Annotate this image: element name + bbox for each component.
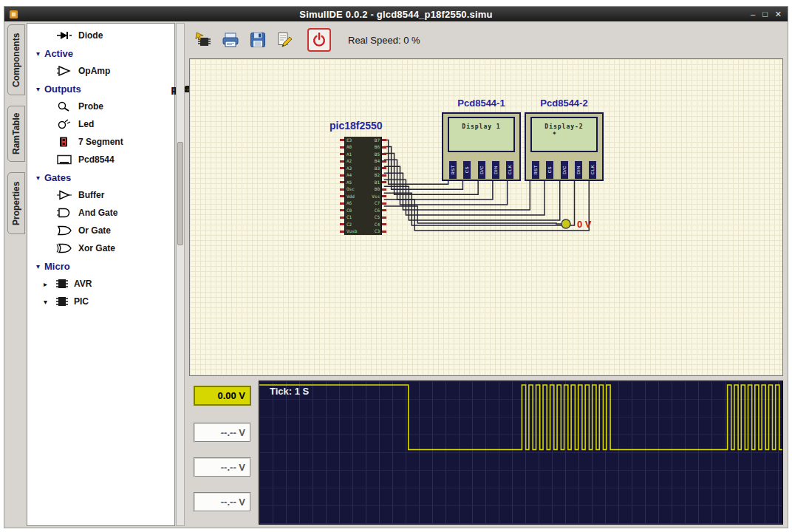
scope-channel-1-value[interactable]: 0.00 V — [194, 386, 251, 406]
caret-down-icon: ▾ — [33, 262, 43, 270]
display-pin-label: CLK — [590, 165, 595, 174]
scope-channel-2-value[interactable]: --.-- V — [194, 423, 251, 443]
open-icon[interactable] — [219, 29, 242, 51]
tree-category-active[interactable]: ▾ Active — [27, 44, 174, 62]
scope-channel-4-value[interactable]: --.-- V — [194, 492, 251, 512]
display-pin-label: RST — [451, 165, 455, 175]
tab-components[interactable]: Components — [7, 24, 25, 95]
tab-ramtable[interactable]: RamTable — [7, 106, 25, 162]
tree-category-outputs[interactable]: ▾ Outputs — [27, 80, 174, 98]
circuit-canvas[interactable]: pic18f2550 E3B7 A0B6 A1B5 A2B4 A3B3 A4B2… — [189, 58, 783, 376]
close-button[interactable]: ✕ — [775, 10, 782, 18]
mcu-pic18f2550[interactable]: E3B7 A0B6 A1B5 A2B4 A3B3 A4B2 A5B1 OscB0… — [340, 137, 386, 235]
display-text: Display 1 — [449, 123, 513, 130]
tree-category-micro[interactable]: ▾ Micro — [27, 257, 174, 275]
save-icon[interactable] — [247, 29, 269, 51]
caret-down-icon: ▾ — [33, 50, 43, 58]
app-icon — [9, 10, 18, 19]
tree-item-label: PIC — [74, 296, 89, 307]
display-2-pins: RST CS D/C DIN CLK — [528, 161, 601, 180]
mcu-pin-label: C4 — [375, 222, 380, 227]
tree-item-7segment[interactable]: 7 Segment — [27, 133, 174, 151]
mcu-pin-row: C2C4 — [340, 221, 386, 228]
tree-item-xor-gate[interactable]: Xor Gate — [27, 239, 174, 257]
tree-item-and-gate[interactable]: And Gate — [27, 204, 174, 222]
titlebar[interactable]: SimulIDE 0.0.2 - glcd8544_p18f2550.simu … — [4, 7, 788, 21]
maximize-button[interactable]: □ — [762, 10, 768, 18]
mcu-pin-row: E3B7 — [340, 137, 386, 144]
tree-item-label: Led — [78, 119, 94, 129]
caret-down-icon: ▾ — [33, 85, 43, 93]
caret-down-icon: ▾ — [41, 298, 50, 306]
mcu-pin-label: B4 — [375, 159, 380, 163]
tree-item-probe[interactable]: Probe — [27, 98, 174, 115]
display-pin: DIN — [575, 161, 582, 179]
mcu-pin-label: C2 — [346, 222, 352, 227]
tree-item-pic16f886[interactable]: pic16f886 — [154, 84, 175, 98]
display-pin: DIN — [492, 161, 499, 179]
power-icon[interactable] — [307, 28, 331, 52]
pcd8544-display-2[interactable]: Display-2 * RST CS D/C DIN CLK — [525, 112, 604, 181]
mcu-pin-label: A2 — [346, 159, 352, 163]
mcu-pin-label: A1 — [346, 152, 352, 157]
mcu-pin-label: A0 — [346, 145, 352, 149]
tree-item-pic[interactable]: ▾ PIC — [27, 293, 174, 310]
tree-item-label: Buffer — [78, 190, 104, 200]
display-1-pins: RST CS D/C DIN CLK — [445, 161, 518, 180]
minimize-button[interactable]: – — [751, 10, 755, 18]
mcu-pin-label: B5 — [375, 152, 380, 157]
real-speed-label: Real Speed: 0 % — [348, 35, 420, 46]
edit-icon[interactable] — [274, 29, 296, 51]
tree-item-or-gate[interactable]: Or Gate — [27, 222, 174, 239]
tree-item-label: Xor Gate — [78, 243, 115, 253]
tree-category-label: Gates — [44, 172, 71, 183]
tree-category-label: Micro — [44, 261, 70, 272]
scrollbar-thumb[interactable] — [177, 142, 183, 245]
probe-value: 0 V — [577, 219, 592, 230]
mcu-pin-stub — [382, 174, 386, 177]
tree-item-diode[interactable]: Diode — [27, 27, 174, 44]
tree-item-pcd8544[interactable]: Pcd8544 — [27, 151, 174, 168]
chip-icon — [53, 296, 71, 307]
tree-item-opamp[interactable]: OpAmp — [27, 62, 174, 80]
display-text: Display-2 — [532, 123, 596, 130]
tree-item-label: Pcd8544 — [78, 154, 115, 165]
tree-item-avr[interactable]: ▸ AVR — [27, 275, 174, 293]
pcd8544-display-1[interactable]: Display 1 RST CS D/C DIN CLK — [442, 112, 521, 181]
mcu-pin-label: B2 — [375, 173, 380, 177]
tree-category-gates[interactable]: ▾ Gates — [27, 168, 174, 186]
probe-icon[interactable] — [556, 218, 578, 230]
display-pin: CLK — [589, 161, 596, 179]
load-firmware-icon[interactable] — [192, 29, 214, 51]
mcu-pin-label: C0 — [346, 208, 352, 213]
tree-scrollbar[interactable] — [176, 23, 185, 526]
mcu-pin-label: A4 — [346, 173, 352, 177]
seven-segment-icon — [55, 137, 73, 147]
mcu-pin-row: A5B1 — [340, 179, 386, 186]
component-tree: Diode ▾ Active OpAmp ▾ Outputs — [27, 23, 175, 526]
mcu-pin-stub — [382, 209, 386, 211]
tree-item-label: 7 Segment — [78, 137, 123, 147]
led-icon — [55, 119, 73, 129]
mcu-pin-stub — [382, 139, 386, 141]
display-pin: CS — [546, 161, 553, 179]
tree-item-led[interactable]: Led — [27, 115, 174, 133]
scope-channel-3-value[interactable]: --.-- V — [194, 457, 251, 477]
mcu-pin-stub — [382, 167, 386, 169]
display-pin-label: D/C — [479, 166, 484, 174]
display-pin-label: CS — [547, 166, 552, 173]
mcu-pin-stub — [382, 153, 386, 155]
display-pin-label: DIN — [494, 166, 498, 174]
mcu-pin-label: C7 — [375, 201, 380, 205]
mcu-pin-row: OscB0 — [340, 186, 386, 194]
mcu-pin-row: C1C5 — [340, 214, 386, 222]
tree-item-label: pic16f886 — [174, 84, 175, 95]
oscilloscope[interactable]: Tick: 1 S — [259, 381, 783, 525]
tree-item-buffer[interactable]: Buffer — [27, 186, 174, 204]
tab-properties[interactable]: Properties — [7, 172, 25, 234]
mcu-pin-row: A0B6 — [340, 144, 386, 151]
display-pin-label: D/C — [562, 166, 567, 174]
mcu-pin-row: VusbC3 — [340, 228, 386, 236]
mcu-pin-label: A3 — [346, 166, 352, 171]
display-1-label: Pcd8544-1 — [442, 98, 521, 109]
